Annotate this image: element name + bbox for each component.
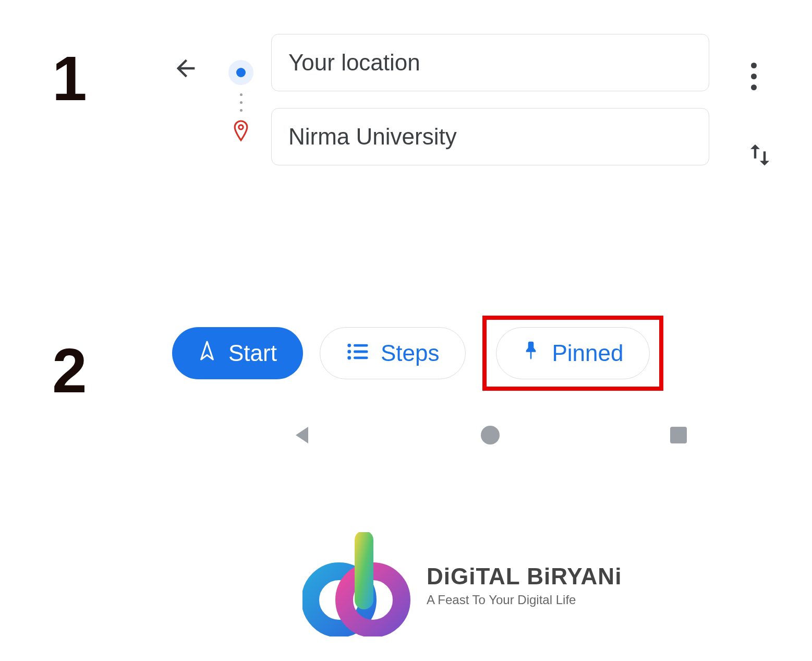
origin-text: Your location	[288, 50, 420, 76]
steps-list-icon	[346, 342, 368, 364]
navigate-icon	[198, 340, 216, 366]
pinned-button[interactable]: Pinned	[496, 327, 650, 379]
android-navigation-bar	[289, 423, 691, 450]
svg-point-3	[347, 350, 351, 354]
svg-rect-8	[670, 427, 687, 443]
location-inputs: Your location Nirma University	[271, 34, 709, 182]
svg-rect-6	[354, 357, 368, 359]
pinned-label: Pinned	[552, 340, 623, 366]
origin-input[interactable]: Your location	[271, 34, 709, 91]
steps-label: Steps	[381, 340, 440, 366]
brand-tagline: A Feast To Your Digital Life	[427, 593, 622, 607]
svg-rect-2	[354, 344, 368, 347]
destination-input[interactable]: Nirma University	[271, 108, 709, 165]
svg-rect-4	[354, 351, 368, 353]
svg-point-5	[347, 356, 351, 360]
step-number-2: 2	[52, 339, 87, 402]
footer-brand: DiGiTAL BiRYANi A Feast To Your Digital …	[302, 532, 622, 639]
start-label: Start	[228, 340, 277, 366]
swap-locations-icon[interactable]	[746, 141, 774, 171]
brand-name: DiGiTAL BiRYANi	[427, 563, 622, 590]
pinned-highlight-box: Pinned	[482, 316, 663, 391]
actions-row: Start Steps Pinned	[172, 316, 714, 391]
route-icons	[231, 60, 251, 170]
nav-back-icon[interactable]	[289, 423, 314, 450]
nav-home-icon[interactable]	[478, 423, 503, 450]
start-button[interactable]: Start	[172, 327, 303, 379]
svg-point-0	[239, 125, 243, 129]
back-arrow-icon[interactable]	[172, 55, 199, 88]
origin-dot-icon	[228, 60, 253, 85]
destination-text: Nirma University	[288, 124, 457, 150]
nav-recent-icon[interactable]	[666, 423, 691, 450]
destination-pin-icon	[232, 120, 250, 142]
route-dots-icon	[240, 93, 243, 112]
steps-button[interactable]: Steps	[320, 327, 466, 379]
pin-icon	[523, 340, 539, 366]
brand-text: DiGiTAL BiRYANi A Feast To Your Digital …	[427, 563, 622, 607]
svg-point-7	[481, 426, 500, 444]
step-number-1: 1	[52, 47, 87, 110]
svg-point-1	[347, 344, 351, 347]
more-menu-icon[interactable]	[751, 63, 757, 90]
brand-logo-icon	[302, 532, 412, 639]
